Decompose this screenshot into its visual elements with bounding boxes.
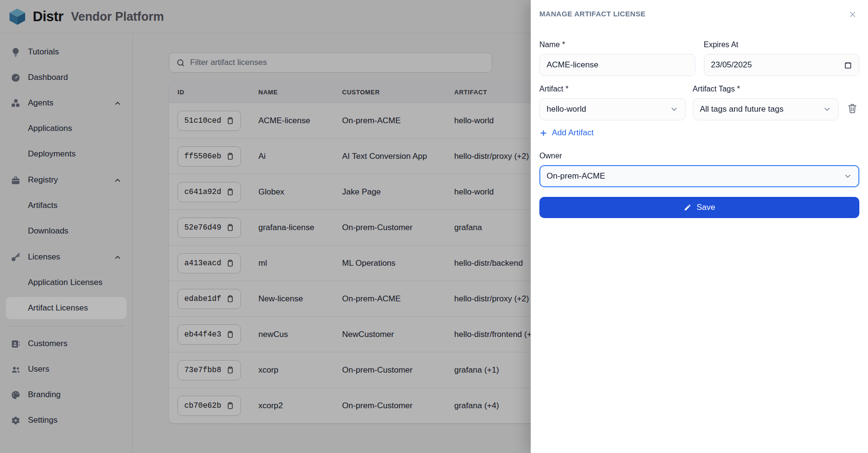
- save-button[interactable]: Save: [539, 197, 859, 218]
- manage-artifact-license-drawer: MANAGE ARTIFACT LICENSE Name * Expires A…: [531, 0, 868, 453]
- chevron-down-icon: [843, 172, 852, 181]
- name-label: Name *: [539, 40, 695, 49]
- owner-select[interactable]: On-prem-ACME: [539, 165, 859, 187]
- artifact-select-value: hello-world: [547, 104, 586, 114]
- artifact-tags-field-group: Artifact Tags * All tags and future tags: [693, 85, 839, 120]
- owner-select-value: On-prem-ACME: [547, 171, 605, 181]
- add-artifact-button[interactable]: Add Artifact: [539, 128, 594, 138]
- owner-label: Owner: [539, 152, 859, 160]
- expires-label: Expires At: [704, 40, 860, 49]
- expires-value: 23/05/2025: [711, 60, 752, 70]
- artifact-tags-select[interactable]: All tags and future tags: [693, 98, 839, 120]
- chevron-down-icon: [823, 105, 831, 114]
- artifact-select[interactable]: hello-world: [539, 98, 686, 120]
- owner-field-group: Owner On-prem-ACME: [539, 152, 859, 187]
- artifact-tags-label: Artifact Tags *: [693, 85, 839, 93]
- remove-artifact-button[interactable]: [846, 103, 858, 115]
- calendar-icon[interactable]: [844, 61, 852, 69]
- pencil-icon: [684, 204, 691, 211]
- close-icon: [849, 11, 856, 18]
- close-button[interactable]: [846, 8, 859, 21]
- chevron-down-icon: [670, 105, 678, 114]
- artifact-tags-select-value: All tags and future tags: [700, 104, 784, 114]
- name-input[interactable]: [547, 60, 688, 70]
- expires-field-group: Expires At 23/05/2025: [704, 40, 860, 76]
- add-artifact-label: Add Artifact: [552, 128, 594, 138]
- artifact-label: Artifact *: [539, 85, 686, 93]
- plus-icon: [539, 129, 548, 137]
- drawer-title: MANAGE ARTIFACT LICENSE: [539, 8, 646, 18]
- name-field-group: Name *: [539, 40, 695, 76]
- artifact-field-group: Artifact * hello-world: [539, 85, 686, 120]
- name-input-wrap: [539, 54, 695, 76]
- save-button-label: Save: [697, 203, 715, 212]
- trash-icon: [847, 103, 858, 114]
- expires-date-input[interactable]: 23/05/2025: [704, 54, 860, 76]
